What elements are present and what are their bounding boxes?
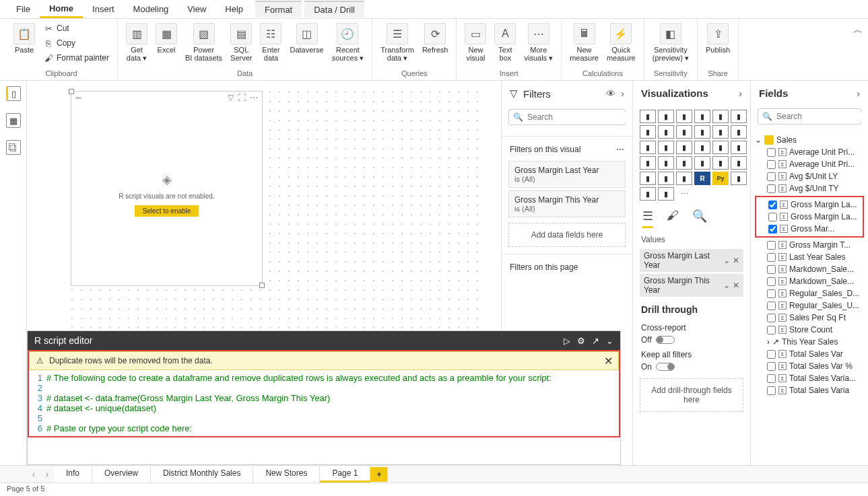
field-item[interactable]: ΣAverage Unit Pri... [755, 158, 864, 170]
get_data-button[interactable]: ▥Getdata ▾ [123, 22, 150, 63]
tab-next-icon[interactable]: › [40, 470, 54, 479]
viz-type-1[interactable]: ▮ [658, 110, 674, 123]
field-item[interactable]: ΣAverage Unit Pri... [755, 146, 864, 158]
format_painter-button[interactable]: 🖌Format painter [40, 51, 112, 65]
run-script-icon[interactable]: ▷ [564, 336, 570, 346]
viz-type-3[interactable]: ▮ [694, 110, 710, 123]
sensitivity-button[interactable]: ◧Sensitivity(preview) ▾ [650, 22, 692, 63]
field-item[interactable]: ΣGross Mar... [756, 223, 863, 235]
excel-button[interactable]: ▦Excel [153, 22, 180, 55]
field-item[interactable]: ΣGross Margin La... [756, 211, 863, 223]
page-tab[interactable]: Overview [92, 466, 151, 483]
format-tab-icon[interactable]: 🖌 [667, 209, 679, 228]
viz-type-16[interactable]: ▮ [712, 141, 729, 154]
publish-button[interactable]: ⇪Publish [703, 22, 733, 55]
field-item[interactable]: ΣMarkdown_Sale... [755, 263, 864, 275]
viz-type-11[interactable]: ▮ [731, 125, 747, 139]
viz-type-4[interactable]: ▮ [712, 110, 729, 123]
field-item[interactable]: ΣLast Year Sales [755, 251, 864, 263]
popout-icon[interactable]: ↗ [592, 336, 599, 346]
new_visual-button[interactable]: ▭Newvisual [462, 22, 489, 63]
menu-help[interactable]: Help [215, 1, 253, 17]
viz-type-10[interactable]: ▮ [712, 125, 729, 139]
viz-type-27[interactable]: R [694, 172, 710, 185]
viz-type-18[interactable]: ▮ [640, 156, 656, 170]
collapse-icon[interactable]: › [621, 88, 624, 99]
viz-type-17[interactable]: ▮ [731, 141, 747, 154]
add-filter-fields[interactable]: Add data fields here [508, 223, 626, 247]
copy-button[interactable]: ⎘Copy [40, 36, 112, 50]
field-item[interactable]: ΣMarkdown_Sale... [755, 275, 864, 287]
more-options-icon[interactable]: ⋯ [250, 93, 258, 102]
new_measure-button[interactable]: 🖩Newmeasure [567, 22, 601, 63]
more-icon[interactable]: ⋯ [616, 145, 624, 154]
data-view-icon[interactable]: ▦ [6, 113, 21, 128]
viz-type-24[interactable]: ▮ [640, 172, 656, 185]
page-tab[interactable]: New Stores [253, 466, 320, 483]
page-tab[interactable]: District Monthly Sales [151, 466, 253, 483]
text_box-button[interactable]: ATextbox [492, 22, 519, 63]
viz-type-8[interactable]: ▮ [676, 125, 692, 139]
collapse-icon[interactable]: › [857, 88, 860, 99]
fields-search[interactable]: 🔍 [758, 108, 861, 125]
viz-type-25[interactable]: ▮ [658, 172, 674, 185]
viz-type-2[interactable]: ▮ [676, 110, 692, 123]
field-item[interactable]: ΣTotal Sales Var [755, 348, 864, 360]
drag-handle-icon[interactable]: ═ [75, 93, 81, 102]
sql-button[interactable]: ▤SQLServer [228, 22, 255, 63]
filters-search-input[interactable] [527, 112, 628, 122]
page-tab[interactable]: Info [54, 466, 92, 483]
filter-card[interactable]: Gross Margin Last Yearis (All) [508, 161, 626, 188]
dataverse-button[interactable]: ◫Dataverse [287, 22, 326, 55]
field-item[interactable]: ΣTotal Sales Varia... [755, 372, 864, 384]
r-code-area[interactable]: 1# The following code to create a datafr… [29, 370, 619, 436]
field-item[interactable]: ΣAvg $/Unit LY [755, 170, 864, 182]
quick_measure-button[interactable]: ⚡Quickmeasure [604, 22, 638, 63]
fields-search-input[interactable] [776, 112, 868, 121]
field-item[interactable]: ›↗This Year Sales [755, 336, 864, 348]
field-item[interactable]: ΣRegular_Sales_U... [755, 299, 864, 312]
viz-type-9[interactable]: ▮ [694, 125, 710, 139]
viz-type-13[interactable]: ▮ [658, 141, 674, 154]
enable-r-button[interactable]: Select to enable [135, 205, 199, 217]
menu-insert[interactable]: Insert [83, 1, 124, 17]
viz-type-30[interactable]: ▮ [640, 187, 656, 201]
viz-type-6[interactable]: ▮ [640, 125, 656, 139]
page-tab[interactable]: Page 1 [320, 466, 370, 483]
viz-type-14[interactable]: ▮ [676, 141, 692, 154]
viz-type-0[interactable]: ▮ [640, 110, 656, 123]
field-item[interactable]: ΣTotal Sales Varia [755, 384, 864, 396]
field-item[interactable]: ΣStore Count [755, 324, 864, 336]
filters-search[interactable]: 🔍 [508, 109, 626, 125]
model-view-icon[interactable]: ⿻ [6, 140, 21, 155]
r-visual-placeholder[interactable]: ═ ▽ ⛶ ⋯ ◈ R script visuals are not enabl… [71, 91, 263, 286]
collapse-ribbon-icon[interactable]: ︿ [853, 24, 863, 36]
field-item[interactable]: ΣSales Per Sq Ft [755, 312, 864, 324]
focus-mode-icon[interactable]: ⛶ [238, 93, 246, 102]
table-sales[interactable]: ⌄Sales [755, 134, 864, 146]
keep-filters-toggle[interactable] [656, 363, 675, 371]
value-pill[interactable]: Gross Margin This Year⌄✕ [640, 274, 743, 297]
viz-type-12[interactable]: ▮ [640, 141, 656, 154]
menu-file[interactable]: File [7, 1, 40, 17]
transform-button[interactable]: ☰Transformdata ▾ [378, 22, 417, 63]
field-item[interactable]: ΣAvg $/Unit TY [755, 182, 864, 194]
viz-type-28[interactable]: Py [712, 172, 729, 185]
analytics-tab-icon[interactable]: 🔍 [692, 209, 707, 228]
menu-datadrill[interactable]: Data / Drill [304, 1, 364, 17]
field-item[interactable]: ΣTotal Sales Var % [755, 360, 864, 372]
viz-type-26[interactable]: ▮ [676, 172, 692, 185]
viz-type-23[interactable]: ▮ [731, 156, 747, 170]
refresh-button[interactable]: ⟳Refresh [420, 22, 451, 55]
collapse-editor-icon[interactable]: ⌄ [606, 336, 613, 346]
filter-card[interactable]: Gross Margin This Yearis (All) [508, 190, 626, 217]
add-page-button[interactable]: + [370, 467, 388, 482]
cut-button[interactable]: ✂Cut [40, 22, 112, 35]
filter-icon[interactable]: ▽ [228, 93, 234, 102]
report-view-icon[interactable]: ▯ [6, 86, 21, 101]
tab-prev-icon[interactable]: ‹ [27, 470, 40, 479]
add-drill-fields[interactable]: Add drill-through fields here [640, 378, 743, 412]
viz-type-31[interactable]: ▮ [658, 187, 674, 201]
fields-tab-icon[interactable]: ☰ [642, 209, 653, 228]
value-pill[interactable]: Gross Margin Last Year⌄✕ [640, 249, 743, 272]
